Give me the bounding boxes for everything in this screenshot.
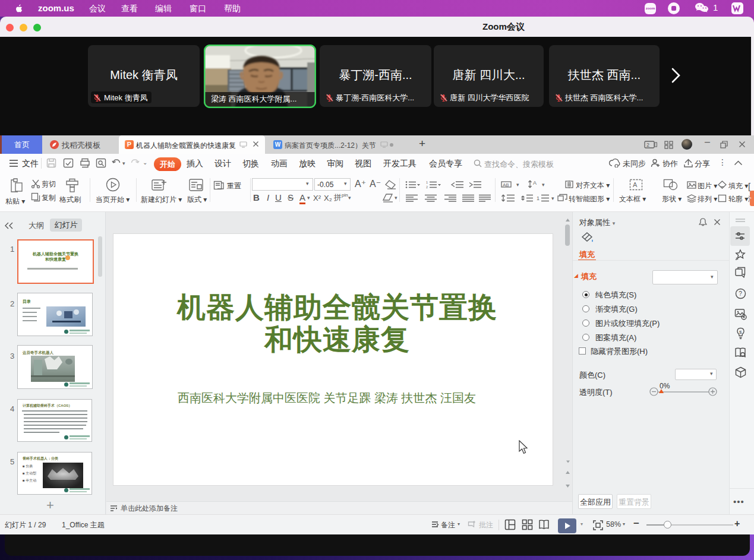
svg-text:?: ? bbox=[739, 290, 742, 297]
svg-text:A: A bbox=[633, 181, 638, 188]
svg-text:A: A bbox=[533, 180, 537, 186]
svg-text:1: 1 bbox=[537, 195, 540, 201]
svg-text:AB: AB bbox=[503, 182, 509, 188]
svg-text:2: 2 bbox=[426, 185, 428, 189]
svg-text:2: 2 bbox=[646, 142, 649, 148]
svg-text:1: 1 bbox=[426, 181, 428, 184]
svg-text:$: $ bbox=[739, 330, 742, 335]
